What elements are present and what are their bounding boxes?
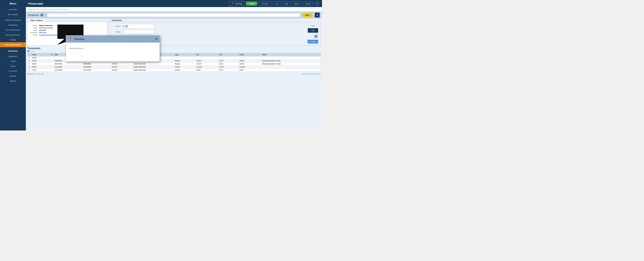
transactions-title: Transaction [27, 47, 40, 50]
sidebar-item-credit[interactable]: Credit [0, 59, 26, 64]
sidebar-item-receipt[interactable]: Receipt [0, 74, 26, 79]
sidebar-item-recurring-invoices[interactable]: Recurring Invoices [0, 33, 26, 37]
col-header-r: R [50, 53, 54, 56]
hold-label: Hold: [311, 25, 315, 27]
add1-label: Add1: [30, 27, 39, 29]
table-row[interactable]: S4150301/12/201901/12/2019Not SetJames S… [27, 65, 320, 68]
sidebar-item-refund[interactable]: Refund [0, 79, 26, 84]
credit-terms-tab[interactable]: Credit Terms [110, 19, 124, 22]
email-label: Email: [30, 34, 39, 36]
group-100-link[interactable]: 100 [41, 73, 44, 75]
email-value[interactable]: maisietownsend@jourrapide.com [39, 34, 64, 36]
week-button[interactable]: Week [292, 2, 301, 6]
limit-label: Limit: £ [111, 25, 120, 27]
name-address-tab[interactable]: Name / Address [29, 19, 45, 22]
financial-radio-button[interactable] [40, 14, 43, 17]
sidebar-item-pro-forma[interactable]: Pro Forma [0, 69, 26, 74]
add1-value: 93 Trinity Crescent [39, 27, 64, 29]
timeline-modal: 📍 Timeline ✕ Nothing here yet. [66, 35, 160, 62]
financial-header: Financial Save ✕ [26, 12, 322, 19]
name-address-table: Name: Maisie Townsend Add1: 93 Trinity C… [30, 24, 64, 36]
sidebar-item-outstanding[interactable]: Outstanding [0, 23, 26, 28]
save-button[interactable]: Save [302, 13, 313, 17]
automap-label: AutoMap [235, 3, 242, 5]
sidebar-item-pro-forma-history[interactable]: Pro Forma History [0, 28, 26, 33]
modal-body: Nothing here yet. [66, 43, 160, 61]
list-button[interactable]: List [273, 2, 280, 6]
sidebar-item-timeline[interactable]: Timeline [0, 37, 26, 42]
close-button[interactable]: ✕ [315, 13, 320, 18]
today-button[interactable]: Today [246, 2, 257, 6]
modal-title: Timeline [74, 37, 153, 41]
app-title: Financials [28, 2, 227, 6]
financial-title: Financial [28, 14, 38, 17]
sidebar-item-deleted-transactions[interactable]: Deleted Transactions [0, 18, 26, 23]
name-value: Maisie Townsend [39, 25, 64, 26]
sidebar: My Profile My Company Deleted Transactio… [0, 7, 26, 131]
days-input[interactable] [122, 30, 154, 34]
group-by-label: Group by: [27, 73, 34, 75]
town-label: Town: [30, 29, 39, 31]
modal-close-button[interactable]: ✕ [155, 38, 157, 41]
name-label: Name: [30, 25, 39, 26]
limit-input[interactable] [122, 24, 154, 29]
location-icon: 📍 [231, 2, 234, 5]
main-panel: Read the 'How To' guide to learn more ab… [26, 7, 322, 131]
table-row[interactable]: S4172311/11/201911/11/2019Not SetJames S… [27, 68, 320, 72]
info-icon: i [27, 50, 29, 52]
col-header-type-col[interactable]: Type [174, 53, 196, 56]
add-button[interactable]: Add [308, 28, 318, 33]
sidebar-item-transaction-history[interactable]: Transaction History [0, 42, 26, 47]
timeline-icon: 📍 [68, 37, 72, 41]
guide-bar: Read the 'How To' guide to learn more ab… [26, 7, 322, 12]
financial-input[interactable] [47, 13, 300, 17]
postcode-value[interactable]: SP5 1UN [39, 32, 46, 33]
days-label: Days: [111, 31, 120, 33]
postcode-label: Postcode: [30, 32, 39, 33]
sidebar-item-adjustment[interactable]: Adjustment [0, 54, 26, 59]
group-25-link[interactable]: 25 [35, 73, 36, 75]
col-header-invno[interactable]: InvNo [31, 53, 50, 56]
modal-header: 📍 Timeline ✕ [66, 36, 160, 43]
showing-records: Showing records 1 to 5 of 5 [302, 73, 320, 75]
day-button[interactable]: Day [282, 2, 290, 6]
new-invoice-button[interactable]: w Invoice [308, 40, 318, 44]
col-header-vat[interactable]: VAT [218, 53, 238, 56]
grid-view-icon[interactable]: ▦ [314, 34, 318, 38]
col-header-net[interactable]: Net [196, 53, 218, 56]
automap-badge: 📍 AutoMap [229, 1, 244, 6]
col-header-type [27, 53, 31, 56]
functions-title: Functions [0, 49, 26, 54]
col-header-gross[interactable]: Gross [238, 53, 261, 56]
town-value: Whaddon [39, 29, 64, 31]
col-header-notes[interactable]: Notes [261, 53, 320, 56]
sidebar-item-my-profile[interactable]: My Profile [0, 7, 26, 12]
guide-text: Read the 'How To' guide to learn more ab… [28, 8, 68, 10]
previous-button[interactable]: Previous [259, 2, 271, 6]
table-row[interactable]: F4314405/05/202205/05/2022Not SetJames S… [27, 62, 320, 65]
help-button[interactable]: ? [314, 1, 320, 6]
sidebar-item-invoice[interactable]: Invoice [0, 64, 26, 69]
group-50-link[interactable]: 50 [38, 73, 40, 75]
menu-title: Menu [10, 2, 16, 5]
unsort-link[interactable]: Unsort [30, 50, 35, 52]
sidebar-item-my-company[interactable]: My Company [0, 12, 26, 17]
month-button[interactable]: Month [303, 2, 313, 6]
hold-checkbox[interactable] [316, 25, 318, 27]
